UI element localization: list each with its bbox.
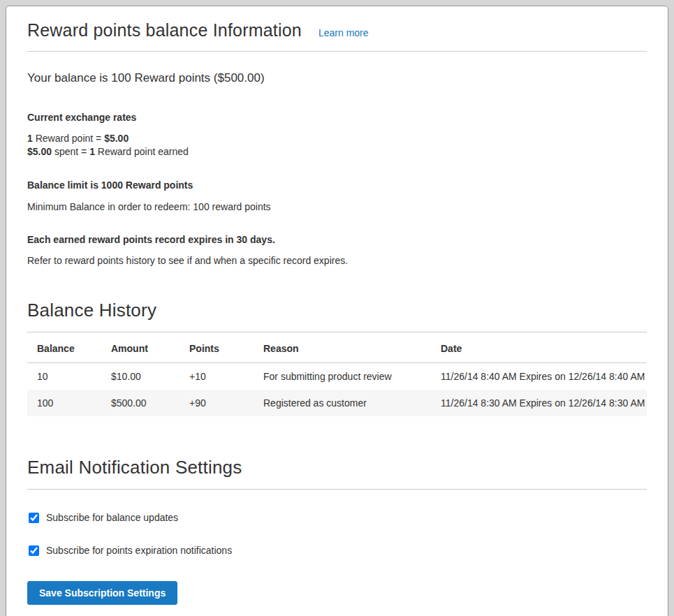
subscribe-expiration-label[interactable]: Subscribe for points expiration notifica… <box>46 545 232 556</box>
table-row: 100 $500.00 +90 Registered as customer 1… <box>27 390 647 416</box>
expiry-note: Refer to reward points history to see if… <box>27 255 647 266</box>
exchange-rates-heading: Current exchange rates <box>27 112 647 123</box>
cell-date: 11/26/14 8:30 AM Expires on 12/26/14 8:3… <box>431 390 647 416</box>
learn-more-link[interactable]: Learn more <box>318 27 369 38</box>
column-header-balance: Balance <box>27 334 101 363</box>
subscribe-balance-updates-checkbox[interactable] <box>29 513 39 523</box>
column-header-reason: Reason <box>254 334 431 363</box>
rate1-points-value: 1 <box>27 133 33 144</box>
subscribe-expiration-checkbox[interactable] <box>29 545 39 556</box>
cell-balance: 10 <box>27 363 101 390</box>
cell-balance: 100 <box>27 390 101 416</box>
table-row: 10 $10.00 +10 For submitting product rev… <box>27 363 647 390</box>
balance-history-table: Balance Amount Points Reason Date 10 $10… <box>27 334 647 416</box>
balance-history-title: Balance History <box>27 300 647 321</box>
subscribe-expiration-option: Subscribe for points expiration notifica… <box>27 545 647 556</box>
rate1-text: Reward point = <box>33 133 104 144</box>
column-header-points: Points <box>180 334 254 363</box>
table-header-row: Balance Amount Points Reason Date <box>27 334 647 363</box>
cell-amount: $500.00 <box>101 390 180 416</box>
subscribe-balance-updates-option: Subscribe for balance updates <box>27 512 647 523</box>
expiry-heading: Each earned reward points record expires… <box>27 234 647 245</box>
cell-points: +10 <box>180 363 254 390</box>
rate2-currency-value: $5.00 <box>27 146 52 157</box>
exchange-rate-line-2: $5.00 spent = 1 Reward point earned <box>27 145 647 159</box>
subscribe-balance-updates-label[interactable]: Subscribe for balance updates <box>46 512 178 523</box>
exchange-rate-line-1: 1 Reward point = $5.00 <box>27 132 647 145</box>
cell-date: 11/26/14 8:40 AM Expires on 12/26/14 8:4… <box>431 363 647 390</box>
rate2-text-a: spent = <box>52 146 89 157</box>
page-title: Reward points balance Information <box>27 20 302 41</box>
page-header: Reward points balance Information Learn … <box>27 20 647 41</box>
cell-points: +90 <box>180 390 254 416</box>
save-subscription-settings-button[interactable]: Save Subscription Settings <box>27 581 177 605</box>
email-settings-divider <box>27 489 647 490</box>
minimum-balance-line: Minimum Balance in order to redeem: 100 … <box>27 201 647 212</box>
cell-reason: For submitting product review <box>254 363 431 390</box>
cell-amount: $10.00 <box>101 363 180 390</box>
rate2-text-b: Reward point earned <box>95 146 189 157</box>
balance-limit-heading: Balance limit is 1000 Reward points <box>27 179 647 191</box>
balance-history-divider <box>27 332 647 332</box>
rate1-currency-value: $5.00 <box>104 133 129 144</box>
column-header-date: Date <box>431 334 647 363</box>
balance-summary: Your balance is 100 Reward points ($500.… <box>27 71 647 85</box>
reward-points-card: Reward points balance Information Learn … <box>6 6 668 616</box>
column-header-amount: Amount <box>101 334 180 363</box>
email-notification-settings-title: Email Notification Settings <box>27 457 647 478</box>
rate2-points-value: 1 <box>89 146 95 157</box>
header-divider <box>27 51 647 52</box>
cell-reason: Registered as customer <box>254 390 431 416</box>
